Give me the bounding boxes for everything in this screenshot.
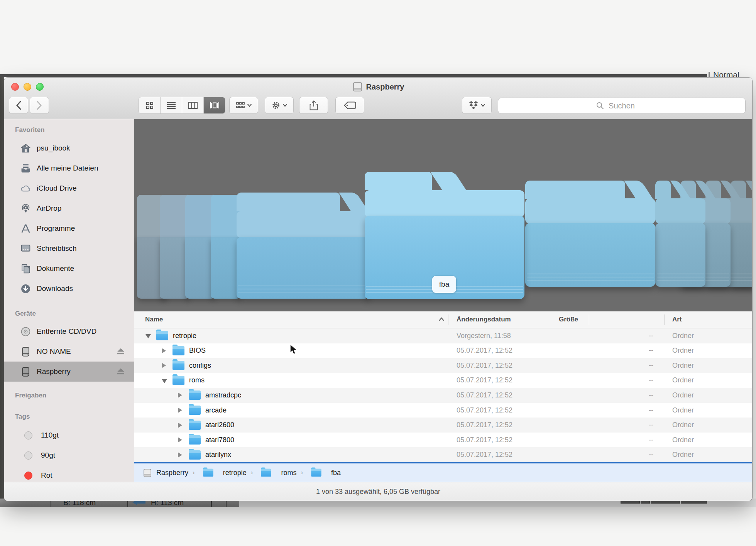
file-size: --: [589, 421, 664, 429]
file-kind: Ordner: [664, 347, 752, 355]
table-row-atari7800[interactable]: atari7800 05.07.2017, 12:52 -- Ordner: [134, 433, 752, 448]
external-drive-icon: [20, 367, 31, 377]
view-icons-button[interactable]: [139, 97, 161, 113]
folder-icon: [189, 450, 201, 460]
dropbox-icon: [469, 101, 478, 110]
sidebar-item-label: Programme: [37, 224, 75, 233]
path-item-roms[interactable]: roms: [281, 469, 296, 477]
file-date: Vorgestern, 11:58: [448, 332, 589, 340]
table-row-bios[interactable]: BIOS 05.07.2017, 12:52 -- Ordner: [134, 343, 752, 358]
drive-icon: [143, 469, 152, 477]
view-columns-button[interactable]: [182, 97, 204, 113]
file-kind: Ordner: [664, 451, 752, 459]
optical-disc-icon: [20, 326, 31, 337]
folder-icon: [156, 331, 168, 340]
dropbox-button[interactable]: [462, 97, 492, 114]
chevron-left-icon: [16, 101, 21, 110]
file-kind: Ordner: [664, 391, 752, 399]
share-button[interactable]: [299, 97, 328, 114]
file-name: atarilynx: [205, 451, 231, 459]
column-header-name[interactable]: Name: [145, 316, 163, 323]
sidebar-item-label: 90gt: [41, 451, 55, 460]
sidebar-item-label: psu_ibook: [37, 144, 70, 152]
view-coverflow-button[interactable]: [204, 97, 225, 113]
file-size: --: [589, 406, 664, 414]
sidebar-item-label: AirDrop: [37, 204, 61, 213]
disclosure-triangle[interactable]: [178, 407, 186, 413]
sidebar-item-icloud-drive[interactable]: iCloud Drive: [4, 178, 134, 198]
sidebar-tag-110gt[interactable]: 110gt: [4, 425, 134, 445]
sidebar-tag-90gt[interactable]: 90gt: [4, 445, 134, 465]
search-field[interactable]: [498, 98, 746, 114]
column-divider[interactable]: [589, 314, 589, 325]
sidebar-item-no-name[interactable]: NO NAME: [4, 341, 134, 362]
table-row-amstradcpc[interactable]: amstradcpc 05.07.2017, 12:52 -- Ordner: [134, 388, 752, 403]
disclosure-triangle[interactable]: [162, 363, 169, 368]
coverflow-folder[interactable]: [655, 181, 705, 287]
chevron-down-icon: [481, 104, 485, 107]
disclosure-triangle[interactable]: [162, 348, 169, 353]
column-header-date[interactable]: Änderungsdatum: [457, 316, 511, 323]
sidebar-item-schreibtisch[interactable]: Schreibtisch: [4, 238, 134, 259]
file-size: --: [589, 332, 664, 340]
path-item-raspberry[interactable]: Raspberry: [156, 469, 188, 477]
column-divider[interactable]: [664, 314, 665, 325]
column-header-kind[interactable]: Art: [672, 316, 682, 323]
disclosure-triangle[interactable]: [162, 378, 169, 383]
file-size: --: [589, 362, 664, 370]
home-icon: [20, 143, 31, 154]
sidebar-item-label: Alle meine Dateien: [37, 164, 98, 172]
sidebar-item-programme[interactable]: Programme: [4, 218, 134, 238]
sidebar-item-airdrop[interactable]: AirDrop: [4, 198, 134, 218]
folder-icon: [189, 421, 201, 430]
forward-button[interactable]: [30, 97, 49, 114]
coverflow-folder[interactable]: [237, 193, 369, 299]
search-input[interactable]: [582, 101, 661, 111]
table-row-retropie[interactable]: retropie Vorgestern, 11:58 -- Ordner: [134, 328, 752, 343]
sidebar-item-label: Downloads: [37, 284, 73, 293]
disclosure-triangle[interactable]: [178, 392, 186, 398]
path-item-fba[interactable]: fba: [331, 469, 341, 477]
sidebar-item-label: Schreibtisch: [37, 244, 77, 253]
file-kind: Ordner: [664, 406, 752, 414]
table-row-roms[interactable]: roms 05.07.2017, 12:52 -- Ordner: [134, 373, 752, 388]
titlebar[interactable]: Raspberry: [4, 78, 752, 119]
table-row-configs[interactable]: configs 05.07.2017, 12:52 -- Ordner: [134, 358, 752, 373]
eject-icon[interactable]: [117, 348, 125, 355]
folder-icon: [261, 469, 271, 477]
sidebar-item-dokumente[interactable]: Dokumente: [4, 259, 134, 279]
path-item-retropie[interactable]: retropie: [223, 469, 247, 477]
eject-icon[interactable]: [117, 368, 125, 375]
folder-icon: [311, 469, 321, 477]
file-date: 05.07.2017, 12:52: [448, 391, 589, 399]
sidebar-item-entfernte-cd-dvd[interactable]: Entfernte CD/DVD: [4, 321, 134, 341]
disclosure-triangle[interactable]: [178, 437, 186, 443]
column-header-size[interactable]: Größe: [514, 316, 578, 323]
action-button[interactable]: [265, 97, 294, 114]
sidebar-item-alle-meine-dateien[interactable]: Alle meine Dateien: [4, 158, 134, 178]
disclosure-triangle[interactable]: [178, 452, 186, 458]
sidebar-item-downloads[interactable]: Downloads: [4, 279, 134, 299]
tags-button[interactable]: [335, 97, 364, 114]
view-switcher: [139, 97, 225, 114]
table-row-atarilynx[interactable]: atarilynx 05.07.2017, 12:52 -- Ordner: [134, 447, 752, 462]
view-list-button[interactable]: [161, 97, 182, 113]
table-row-arcade[interactable]: arcade 05.07.2017, 12:52 -- Ordner: [134, 403, 752, 418]
file-date: 05.07.2017, 12:52: [448, 436, 589, 444]
group-button[interactable]: [229, 97, 258, 114]
desktop-icon: [20, 243, 31, 254]
documents-stack-icon: [20, 163, 31, 174]
file-kind: Ordner: [664, 421, 752, 429]
sidebar-item-psu-ibook[interactable]: psu_ibook: [4, 138, 134, 158]
file-name: arcade: [205, 406, 227, 414]
disclosure-triangle[interactable]: [145, 333, 153, 338]
window-title: Raspberry: [366, 83, 404, 91]
file-kind: Ordner: [664, 332, 752, 340]
coverflow-folder[interactable]: [525, 181, 655, 287]
back-button[interactable]: [9, 97, 28, 114]
table-row-atari2600[interactable]: atari2600 05.07.2017, 12:52 -- Ordner: [134, 418, 752, 433]
tag-circle-icon: [24, 472, 32, 480]
disclosure-triangle[interactable]: [178, 423, 186, 428]
sidebar-item-raspberry[interactable]: Raspberry: [4, 362, 134, 382]
column-divider[interactable]: [448, 314, 448, 325]
